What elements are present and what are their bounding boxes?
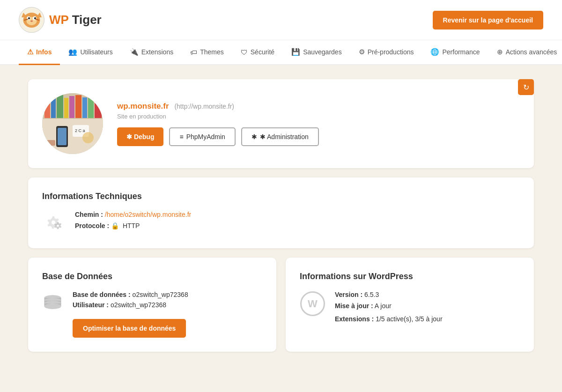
wp-extensions-row: Extensions : 1/5 active(s), 3/5 à jour <box>335 315 520 323</box>
main-content: 2 C a wp.monsite.fr (http://wp.monsite.f… <box>9 65 553 375</box>
preproduction-icon: ⚙ <box>359 48 365 56</box>
svg-rect-20 <box>75 95 81 118</box>
wp-extensions-value: 1/5 active(s), 3/5 à jour <box>376 315 442 323</box>
db-user-row: Utilisateur : o2switch_wp72368 <box>73 301 262 309</box>
security-icon: 🛡 <box>241 48 248 56</box>
svg-rect-23 <box>95 96 102 118</box>
site-avatar-image: 2 C a <box>42 93 103 154</box>
administration-button[interactable]: ✱ ✱ Administration <box>241 127 319 146</box>
logo-text: WP Tiger <box>49 13 102 27</box>
wp-update-row: Mise à jour : A jour <box>335 302 520 310</box>
svg-rect-16 <box>51 97 56 118</box>
db-user-label: Utilisateur : <box>73 301 109 309</box>
svg-rect-30 <box>47 140 55 146</box>
svg-rect-26 <box>58 128 67 145</box>
db-name-value: o2switch_wp72368 <box>133 291 188 298</box>
site-name: wp.monsite.fr <box>117 102 169 111</box>
nav-item-sauvegardes[interactable]: 💾 Sauvegardes <box>283 40 350 65</box>
svg-text:2 C a: 2 C a <box>75 128 85 133</box>
themes-icon: 🏷 <box>190 48 197 56</box>
site-avatar: 2 C a <box>42 93 103 154</box>
refresh-button[interactable]: ↻ <box>518 79 534 95</box>
wp-version-row: Version : 6.5.3 <box>335 291 520 298</box>
wp-rows: Version : 6.5.3 Mise à jour : A jour Ext… <box>335 291 520 326</box>
gear-icon <box>42 211 66 234</box>
users-icon: 👥 <box>68 48 77 56</box>
nav-item-securite[interactable]: 🛡 Sécurité <box>232 41 283 65</box>
debug-button[interactable]: ✱ Debug <box>117 127 163 146</box>
svg-point-5 <box>28 17 30 19</box>
chemin-row: Chemin : /home/o2switch/wp.monsite.fr <box>75 211 520 218</box>
nav-item-actions[interactable]: ⊕ Actions avancées <box>488 40 562 65</box>
nav-item-utilisateurs[interactable]: 👥 Utilisateurs <box>60 40 121 65</box>
site-details: wp.monsite.fr (http://wp.monsite.fr) Sit… <box>117 102 520 146</box>
site-status: Site en production <box>117 113 520 120</box>
wp-update-label: Mise à jour : <box>335 302 373 310</box>
admin-icon-btn: ✱ <box>251 133 257 141</box>
info-icon: ⚠ <box>27 48 33 56</box>
refresh-icon: ↻ <box>523 83 529 92</box>
site-action-buttons: ✱ Debug ≡ PhpMyAdmin ✱ ✱ Administration <box>117 127 520 146</box>
wp-info: W Version : 6.5.3 Mise à jour : A jour E… <box>300 291 520 326</box>
site-info-card: 2 C a wp.monsite.fr (http://wp.monsite.f… <box>28 79 534 168</box>
tech-info-content: Chemin : /home/o2switch/wp.monsite.fr Pr… <box>42 211 520 234</box>
tech-info-card: Informations Techniques Chemin <box>28 178 534 248</box>
protocole-label: Protocole : <box>75 222 109 229</box>
svg-point-29 <box>82 132 94 143</box>
svg-point-7 <box>30 21 33 22</box>
phpmyadmin-button[interactable]: ≡ PhpMyAdmin <box>169 127 235 146</box>
gear-icon-group <box>42 211 66 234</box>
logo-icon <box>19 7 44 33</box>
lock-icon: 🔒 <box>111 222 119 229</box>
svg-point-32 <box>57 224 59 227</box>
main-nav: ⚠ Infos 👥 Utilisateurs 🔌 Extensions 🏷 Th… <box>0 40 562 65</box>
wordpress-icon: W <box>300 291 325 321</box>
logo-wp: WP <box>49 13 68 27</box>
chemin-value: /home/o2switch/wp.monsite.fr <box>105 211 191 218</box>
nav-item-performance[interactable]: 🌐 Performance <box>422 40 488 65</box>
wp-card-title: Informations sur WordPress <box>300 272 520 281</box>
tech-rows: Chemin : /home/o2switch/wp.monsite.fr Pr… <box>75 211 520 233</box>
svg-rect-21 <box>82 97 87 118</box>
protocole-row: Protocole : 🔒 HTTP <box>75 222 520 229</box>
svg-rect-24 <box>42 119 103 154</box>
performance-icon: 🌐 <box>430 48 439 56</box>
protocole-value: HTTP <box>123 222 140 229</box>
svg-rect-18 <box>64 98 68 118</box>
db-card-title: Base de Données <box>42 272 262 281</box>
wp-update-value: A jour <box>375 302 392 310</box>
logo-tiger: Tiger <box>68 13 101 27</box>
chemin-label: Chemin : <box>75 211 103 218</box>
back-home-button[interactable]: Revenir sur la page d'accueil <box>433 11 543 30</box>
svg-rect-17 <box>57 95 63 118</box>
db-name-row: Base de données : o2switch_wp72368 <box>73 291 262 298</box>
svg-text:W: W <box>308 298 318 310</box>
svg-point-39 <box>44 303 61 309</box>
db-rows: Base de données : o2switch_wp72368 Utili… <box>73 291 262 338</box>
wp-version-label: Version : <box>335 291 362 298</box>
wp-version-value: 6.5.3 <box>364 291 379 298</box>
tech-card-title: Informations Techniques <box>42 192 520 201</box>
db-name-label: Base de données : <box>73 291 131 298</box>
optimize-db-button[interactable]: Optimiser la base de données <box>73 319 186 338</box>
nav-item-infos[interactable]: ⚠ Infos <box>19 40 60 65</box>
nav-item-preproductions[interactable]: ⚙ Pré-productions <box>350 40 422 65</box>
actions-icon: ⊕ <box>497 48 503 56</box>
nav-item-extensions[interactable]: 🔌 Extensions <box>121 40 182 65</box>
nav-item-themes[interactable]: 🏷 Themes <box>182 41 232 65</box>
db-info: Base de données : o2switch_wp72368 Utili… <box>42 291 262 338</box>
db-icon-btn: ≡ <box>179 133 183 141</box>
wp-card: Informations sur WordPress W Version : 6… <box>286 258 534 352</box>
database-icon <box>42 293 63 318</box>
extensions-icon: 🔌 <box>130 48 139 56</box>
header: WP Tiger Revenir sur la page d'accueil <box>0 0 562 40</box>
svg-rect-22 <box>88 96 94 118</box>
logo-area: WP Tiger <box>19 7 102 33</box>
bottom-cards: Base de Données Base de donnée <box>28 258 534 361</box>
site-name-row: wp.monsite.fr (http://wp.monsite.fr) <box>117 102 520 111</box>
wp-extensions-label: Extensions : <box>335 315 374 323</box>
svg-rect-15 <box>44 96 50 118</box>
db-user-value: o2switch_wp72368 <box>111 301 166 309</box>
site-url: (http://wp.monsite.fr) <box>174 103 234 110</box>
svg-rect-19 <box>69 96 74 118</box>
